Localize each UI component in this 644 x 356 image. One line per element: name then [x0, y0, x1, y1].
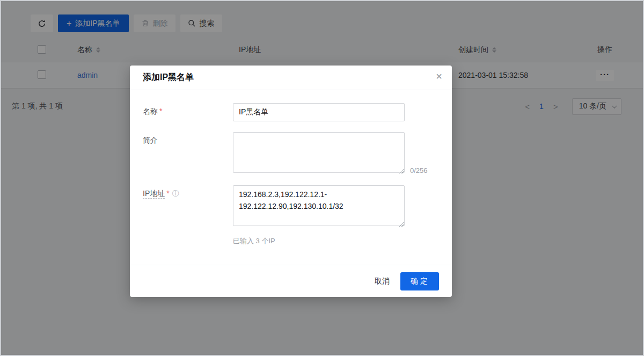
ip-field-row: IP地址*ⓘ 192.168.2.3,192.122.12.1-192.122.… — [143, 185, 439, 228]
add-ip-blacklist-dialog: 添加IP黑名单 × 名称* 简介 0/256 — [130, 66, 452, 297]
name-input[interactable] — [233, 103, 405, 121]
ip-count-hint: 已输入 3 个IP — [233, 236, 439, 246]
required-asterisk: * — [166, 189, 169, 198]
cancel-button[interactable]: 取消 — [375, 277, 390, 286]
info-icon: ⓘ — [172, 190, 179, 198]
char-counter: 0/256 — [410, 166, 428, 175]
dialog-header: 添加IP黑名单 × — [130, 66, 452, 90]
close-icon[interactable]: × — [436, 71, 442, 82]
name-label-text: 名称 — [143, 107, 158, 115]
description-textarea[interactable] — [233, 132, 405, 173]
dialog-footer: 取消 确定 — [130, 265, 452, 297]
ip-blacklist-page: + 添加IP黑名单 删除 搜索 名称 — [0, 0, 644, 356]
confirm-button[interactable]: 确定 — [400, 272, 439, 290]
description-label-text: 简介 — [143, 136, 158, 144]
required-asterisk: * — [159, 107, 162, 115]
description-field-row: 简介 0/256 — [143, 132, 439, 175]
dialog-title: 添加IP黑名单 — [143, 72, 194, 83]
ip-textarea[interactable]: 192.168.2.3,192.122.12.1-192.122.12.90,1… — [233, 185, 405, 226]
name-field-row: 名称* — [143, 103, 439, 121]
name-field-label: 名称* — [143, 103, 233, 121]
dialog-body: 名称* 简介 0/256 IP地址*ⓘ 192.168.2 — [130, 90, 452, 246]
ip-field-label: IP地址*ⓘ — [143, 185, 233, 228]
ip-label-text: IP地址 — [143, 189, 165, 199]
description-field-label: 简介 — [143, 132, 233, 175]
